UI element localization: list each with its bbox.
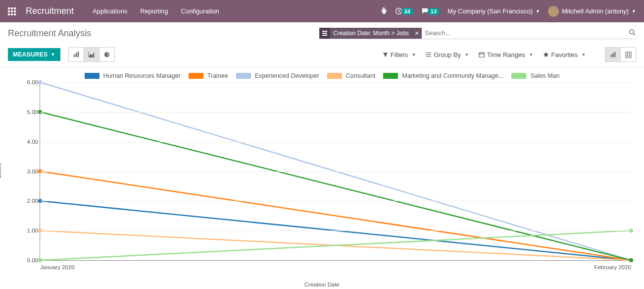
chart-series-line <box>40 172 631 261</box>
svg-rect-13 <box>614 52 615 57</box>
svg-rect-4 <box>75 53 77 58</box>
legend-item[interactable]: Experienced Developer <box>236 72 319 79</box>
activities-button[interactable]: 34 <box>395 7 413 15</box>
x-tick: February 2020 <box>594 264 631 270</box>
app-brand[interactable]: Recruitment <box>26 6 74 16</box>
pie-chart-button[interactable] <box>99 47 115 62</box>
svg-line-2 <box>633 33 635 35</box>
y-tick: 1.00 <box>19 228 38 233</box>
discuss-badge: 13 <box>428 8 440 15</box>
chevron-down-icon: ▼ <box>529 53 533 57</box>
legend-swatch <box>383 73 398 79</box>
page-title: Recruitment Analysis <box>8 28 91 39</box>
gridline <box>40 82 631 83</box>
calendar-icon <box>479 52 485 58</box>
avatar <box>548 6 559 17</box>
chevron-down-icon: ▼ <box>536 9 540 14</box>
measures-button[interactable]: MEASURES ▼ <box>8 48 60 61</box>
group-icon <box>319 28 330 39</box>
svg-rect-5 <box>77 52 79 57</box>
groupby-button[interactable]: Group By ▼ <box>426 51 469 58</box>
x-tick: January 2020 <box>40 264 75 270</box>
y-tick: 6.00 <box>19 79 38 85</box>
legend-swatch <box>327 73 342 79</box>
nav-menu-configuration[interactable]: Configuration <box>181 7 219 15</box>
svg-point-1 <box>630 29 634 33</box>
favorites-label: Favorites <box>551 51 578 58</box>
chart-plot: 0.001.002.003.004.005.006.00January 2020… <box>30 82 631 281</box>
favorites-button[interactable]: Favorites ▼ <box>543 51 586 58</box>
svg-rect-14 <box>625 52 631 57</box>
graph-view-button[interactable] <box>605 47 621 62</box>
legend-item[interactable]: Sales Man <box>511 72 559 79</box>
svg-rect-7 <box>479 53 485 57</box>
chevron-down-icon: ▼ <box>632 9 636 14</box>
chevron-down-icon: ▼ <box>412 53 416 57</box>
filters-label: Filters <box>391 51 408 58</box>
search-input[interactable] <box>422 27 629 39</box>
gridline <box>40 112 631 113</box>
legend-label: Consultant <box>346 72 376 79</box>
discuss-button[interactable]: 13 <box>421 7 440 15</box>
nav-menu-reporting[interactable]: Reporting <box>140 7 168 15</box>
nav-menu: Applications Reporting Configuration <box>93 7 219 15</box>
user-menu[interactable]: Mitchell Admin (antony) ▼ <box>548 6 636 17</box>
y-tick: 5.00 <box>19 109 38 115</box>
legend-item[interactable]: Human Resources Manager <box>85 72 181 79</box>
legend-label: Experienced Developer <box>255 72 319 79</box>
star-icon <box>543 52 549 58</box>
x-axis-label: Creation Date <box>8 282 636 288</box>
search-facet: Creation Date: Month > Jobs × <box>319 28 422 39</box>
bar-chart-button[interactable] <box>68 47 84 62</box>
y-tick: 4.00 <box>19 139 38 145</box>
user-name: Mitchell Admin (antony) <box>562 7 629 15</box>
activities-badge: 34 <box>401 8 413 15</box>
filter-toolbar: Filters ▼ Group By ▼ Time Ranges ▼ Favor… <box>383 47 636 62</box>
group-icon <box>426 53 431 57</box>
legend-label: Human Resources Manager <box>103 72 181 79</box>
legend-label: Trainee <box>207 72 228 79</box>
legend-swatch <box>189 73 203 79</box>
svg-rect-12 <box>612 53 613 57</box>
legend-swatch <box>236 73 251 79</box>
control-panel: Recruitment Analysis Creation Date: Mont… <box>0 22 644 67</box>
chart-container: Human Resources ManagerTraineeExperience… <box>0 67 644 289</box>
chart-point[interactable] <box>629 258 633 262</box>
apps-icon[interactable] <box>8 7 16 15</box>
chart-type-group <box>68 47 115 62</box>
gridline <box>40 172 631 172</box>
chart-series-line <box>40 112 631 260</box>
legend-item[interactable]: Consultant <box>327 72 376 79</box>
filters-button[interactable]: Filters ▼ <box>383 51 416 58</box>
legend-item[interactable]: Trainee <box>189 72 228 79</box>
line-chart-button[interactable] <box>84 47 99 62</box>
y-axis-label: Count <box>0 163 2 178</box>
bug-icon[interactable] <box>380 7 387 15</box>
chevron-down-icon: ▼ <box>50 52 55 57</box>
search-icon[interactable] <box>629 29 636 38</box>
chevron-down-icon: ▼ <box>465 53 469 57</box>
nav-right: 34 13 My Company (San Francisco) ▼ Mitch… <box>380 6 636 17</box>
company-selector[interactable]: My Company (San Francisco) ▼ <box>447 7 540 15</box>
plot-area: 0.001.002.003.004.005.006.00January 2020… <box>40 82 631 261</box>
y-tick: 2.00 <box>19 198 38 204</box>
chart-legend: Human Resources ManagerTraineeExperience… <box>8 72 636 79</box>
timeranges-label: Time Ranges <box>487 51 525 58</box>
gridline <box>40 142 631 142</box>
timeranges-button[interactable]: Time Ranges ▼ <box>479 51 533 58</box>
svg-rect-3 <box>73 55 75 57</box>
gridline <box>40 201 631 201</box>
facet-remove-icon[interactable]: × <box>412 29 422 37</box>
pivot-view-button[interactable] <box>620 47 636 62</box>
company-name: My Company (San Francisco) <box>447 7 533 15</box>
search-facet-text: Creation Date: Month > Jobs <box>330 30 412 37</box>
gridline <box>40 231 631 231</box>
top-navbar: Recruitment Applications Reporting Confi… <box>0 0 644 22</box>
legend-item[interactable]: Marketing and Community Manage... <box>383 72 503 79</box>
y-tick: 0.00 <box>19 257 38 263</box>
nav-menu-applications[interactable]: Applications <box>93 7 127 15</box>
legend-swatch <box>511 73 526 79</box>
legend-label: Marketing and Community Manage... <box>402 72 503 79</box>
chart-point[interactable] <box>38 258 42 262</box>
groupby-label: Group By <box>434 51 461 58</box>
